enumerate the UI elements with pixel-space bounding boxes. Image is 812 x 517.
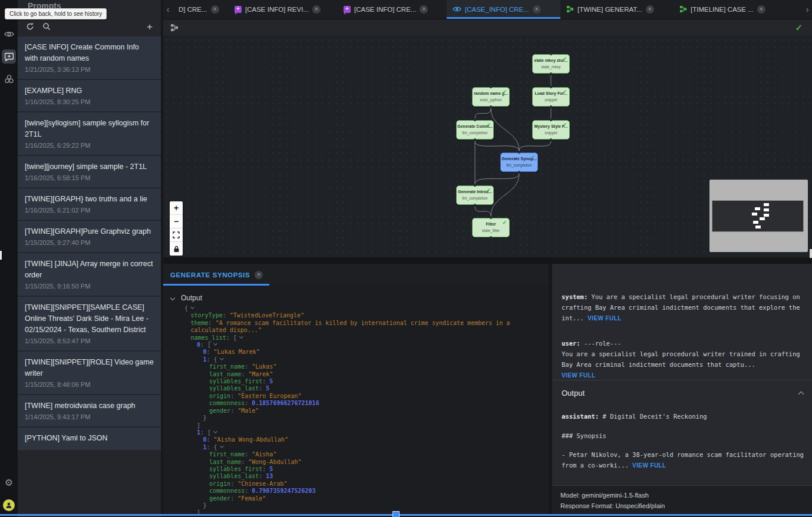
tab-d-cre-[interactable]: D] CRE...×: [173, 0, 229, 19]
list-item[interactable]: [TWINE] [JINJA] Array merge in correct o…: [18, 253, 161, 296]
list-item[interactable]: [TWINE] metroidvania case graph1/14/2025…: [18, 395, 161, 426]
model-info-footer: Model: gemini/gemini-1.5-flash Response …: [552, 485, 812, 515]
synopsis-view-full-link[interactable]: VIEW FULL: [632, 462, 666, 469]
graph-node-mystery_style[interactable]: Mystery Style F...snippet✓: [532, 120, 570, 140]
graph-node-gen_common[interactable]: Generate Comm...llm_completion✓: [456, 120, 494, 140]
graph-edge: [475, 207, 491, 216]
left-edge-handle[interactable]: [0, 251, 2, 260]
prompt-title: [PYTHON] Yaml to JSON: [25, 433, 154, 444]
tab--case-info-revi-[interactable]: [CASE INFO] REVI...×: [229, 0, 338, 19]
json-line: theme: "A romance scam facilitator is ki…: [163, 320, 549, 327]
settings-gear-icon[interactable]: ⚙: [2, 476, 16, 490]
tabs-scroll-left-icon[interactable]: ‹: [163, 0, 173, 19]
close-icon[interactable]: ×: [533, 5, 541, 14]
close-icon[interactable]: ×: [312, 5, 321, 14]
tab-label: [CASE INFO] REVI...: [245, 6, 309, 13]
json-string: "Male": [237, 407, 259, 414]
json-line: gender: "Male": [163, 407, 549, 415]
json-punct: {: [214, 356, 217, 363]
list-item[interactable]: [PYTHON] Yaml to JSON: [18, 427, 161, 450]
auto-layout-icon[interactable]: [170, 24, 179, 34]
collapse-chevron-icon[interactable]: [213, 342, 218, 347]
bottom-resize-divider[interactable]: [0, 514, 812, 516]
close-icon[interactable]: ×: [646, 5, 654, 14]
minimap[interactable]: [709, 180, 808, 252]
graph-node-gen_intro[interactable]: Generate Introd...llm_completion✓: [456, 185, 494, 205]
json-line: syllables_first: 5: [163, 466, 549, 473]
prompt-title: [TWINE] metroidvania case graph: [25, 400, 154, 412]
tab-generate-synopsis[interactable]: GENERATE SYNOPSIS ×: [170, 264, 263, 286]
user-role-line: ---role---: [584, 340, 621, 347]
json-line: 0: [: [163, 342, 549, 349]
json-key: syllables_last: [209, 473, 259, 479]
close-icon[interactable]: ×: [211, 5, 219, 14]
close-icon[interactable]: ×: [757, 5, 765, 14]
lock-button[interactable]: [170, 242, 183, 256]
output-collapse-row[interactable]: Output: [170, 294, 202, 302]
json-line: origin: "Chinese-Arab": [163, 480, 549, 488]
node-type: state_mkey: [533, 65, 569, 69]
add-prompt-button[interactable]: +: [144, 21, 155, 32]
json-number: 5: [269, 378, 273, 385]
minimap-node: [753, 221, 758, 224]
list-item[interactable]: [TWINE][SNIPPET][SAMPLE CASE] Online Thr…: [18, 297, 161, 350]
json-punct: :: [262, 466, 269, 472]
user-view-full-link[interactable]: VIEW FULL: [562, 372, 595, 379]
tab--twine-generat-[interactable]: [TWINE] GENERAT...×: [560, 0, 674, 19]
collapse-chevron-icon[interactable]: [239, 335, 244, 340]
eye-icon[interactable]: [2, 27, 16, 41]
json-punct: :: [245, 363, 252, 370]
tabs-scroll-right-icon[interactable]: ›: [803, 0, 812, 19]
tab--case-info-cre-[interactable]: [CASE_INFO] CRE...×: [447, 0, 560, 19]
list-item[interactable]: [EXAMPLE] RNG1/16/2025, 8:30:25 PM: [18, 80, 161, 111]
node-success-check-icon: ✓: [486, 122, 491, 128]
system-prompt-block: system: You are a specialist legal proce…: [562, 291, 804, 324]
graph-node-filter[interactable]: Filterstate_filter✓: [472, 218, 510, 237]
prompt-list: [CASE INFO] Create Common Info with rand…: [18, 37, 161, 517]
prompt-comment-icon[interactable]: [2, 49, 16, 64]
list-item[interactable]: [twine][syllogism] sample syllogism for …: [18, 112, 161, 155]
output-header-row[interactable]: Output: [562, 389, 804, 397]
right-scrollbar-thumb[interactable]: [810, 249, 812, 258]
list-item[interactable]: [CASE INFO] Create Common Info with rand…: [18, 37, 161, 79]
graph-node-gen_synopsis[interactable]: Generate Synop...llm_completion✓: [500, 153, 538, 172]
tab-label: [TIMELINE] CASE ...: [691, 6, 754, 13]
refresh-icon[interactable]: [25, 21, 35, 32]
collapse-chevron-icon[interactable]: [220, 357, 225, 362]
json-line: last_name: "Marek": [163, 371, 549, 378]
search-icon[interactable]: [41, 21, 52, 32]
zoom-out-button[interactable]: −: [170, 215, 183, 228]
user-avatar[interactable]: [2, 498, 16, 512]
tab--case-info-cre-[interactable]: [CASE INFO] CRE...×: [338, 0, 447, 19]
bottom-resize-handle[interactable]: [392, 511, 400, 517]
tab--timeline-case-[interactable]: [TIMELINE] CASE ...×: [674, 0, 785, 19]
workflow-knot-icon[interactable]: [2, 72, 16, 86]
json-line: syllables_first: 5: [163, 378, 549, 385]
json-line: {: [163, 305, 549, 312]
json-string: calculated dispo...": [191, 327, 262, 333]
graph-node-state_mkey[interactable]: state mkey stor...state_mkey✓: [532, 54, 570, 74]
close-icon[interactable]: ×: [420, 5, 428, 14]
graph-node-load_story[interactable]: Load Story For...snippet✓: [532, 87, 570, 107]
json-key: first_name: [209, 451, 245, 458]
collapse-chevron-icon[interactable]: [190, 306, 195, 310]
fit-view-button[interactable]: [170, 228, 183, 242]
json-line: origin: "Eastern European": [163, 393, 549, 400]
collapse-chevron-icon[interactable]: [213, 430, 218, 435]
node-graph-canvas[interactable]: state mkey stor...state_mkey✓random name…: [163, 37, 812, 257]
system-view-full-link[interactable]: VIEW FULL: [587, 315, 621, 322]
tab-label: [TWINE] GENERAT...: [577, 6, 642, 13]
eye-icon: [453, 6, 461, 14]
list-item[interactable]: [twine][journey] simple sample - 2T1L1/1…: [18, 156, 161, 187]
chevron-up-icon: [798, 390, 804, 396]
list-item[interactable]: [TWINE][SNIPPET][ROLE] Video game writer…: [18, 352, 161, 394]
list-item[interactable]: [TWINE][GRAPH} two truths and a lie1/16/…: [18, 188, 161, 220]
graph-node-random_name[interactable]: random name g...exec_python✓: [472, 87, 510, 107]
tab-bar: ‹ D] CRE...×[CASE INFO] REVI...×[CASE IN…: [163, 0, 812, 19]
list-item[interactable]: [TWINE][GRAPH]Pure Graphviz graph1/15/20…: [18, 221, 161, 252]
close-icon[interactable]: ×: [255, 271, 263, 279]
json-key: syllables_first: [209, 466, 262, 472]
zoom-in-button[interactable]: +: [170, 201, 183, 215]
canvas-bottom-divider[interactable]: [163, 257, 812, 264]
collapse-chevron-icon[interactable]: [220, 445, 225, 449]
